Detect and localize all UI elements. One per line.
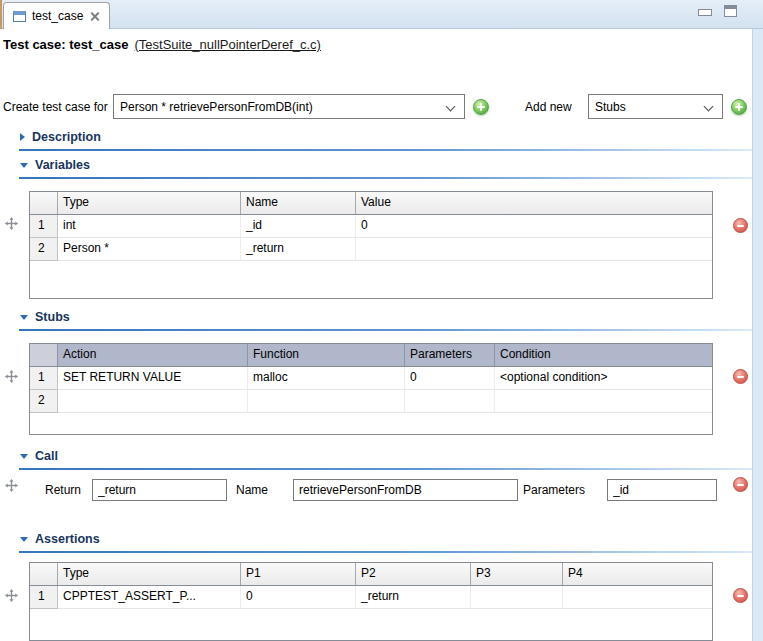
create-test-case-label: Create test case for <box>3 100 108 114</box>
table-row: 1 SET RETURN VALUE malloc 0 <optional co… <box>30 367 712 390</box>
column-header-action: Action <box>58 344 248 366</box>
section-title: Assertions <box>35 532 100 546</box>
table-empty-area <box>30 413 712 434</box>
call-name-label: Name <box>236 483 268 497</box>
variable-value-cell[interactable]: 0 <box>356 215 712 238</box>
section-variables-header[interactable]: Variables <box>20 158 90 172</box>
call-return-label: Return <box>45 483 81 497</box>
remove-variables-button[interactable] <box>733 218 748 233</box>
move-variables-handle[interactable] <box>4 216 19 231</box>
column-header-p4: P4 <box>563 563 712 585</box>
call-name-input[interactable] <box>293 479 518 501</box>
section-divider <box>19 149 757 151</box>
add-new-value: Stubs <box>595 100 626 114</box>
row-number-header <box>30 192 58 214</box>
remove-call-button[interactable] <box>733 477 748 492</box>
variable-name-cell[interactable]: _return <box>241 238 356 261</box>
stub-action-cell[interactable] <box>58 390 248 413</box>
move-call-handle[interactable] <box>4 478 19 493</box>
scrollbar-track[interactable] <box>752 29 763 641</box>
section-call-header[interactable]: Call <box>20 449 58 463</box>
variable-name-cell[interactable]: _id <box>241 215 356 238</box>
section-assertions-header[interactable]: Assertions <box>20 532 100 546</box>
section-title: Stubs <box>35 310 70 324</box>
collapsed-triangle-icon <box>20 133 25 141</box>
stubs-header-row: Action Function Parameters Condition <box>30 344 712 367</box>
page-title-row: Test case: test_case(TestSuite_nullPoint… <box>3 37 321 52</box>
column-header-p1: P1 <box>241 563 356 585</box>
variables-table: Type Name Value 1 int _id 0 2 Person * _… <box>29 191 713 299</box>
tab-test-case[interactable]: test_case <box>3 2 110 29</box>
variable-type-cell[interactable]: int <box>58 215 241 238</box>
table-row: 2 Person * _return <box>30 238 712 261</box>
column-header-p3: P3 <box>471 563 563 585</box>
add-new-combobox[interactable]: Stubs <box>588 94 723 119</box>
assertion-p1-cell[interactable]: 0 <box>241 586 356 609</box>
section-divider <box>19 177 757 179</box>
move-stubs-handle[interactable] <box>4 369 19 384</box>
stub-action-cell[interactable]: SET RETURN VALUE <box>58 367 248 390</box>
add-new-label: Add new <box>525 100 572 114</box>
expanded-triangle-icon <box>20 537 28 542</box>
column-header-function: Function <box>248 344 405 366</box>
stub-condition-cell[interactable]: <optional condition> <box>495 367 712 390</box>
section-title: Call <box>35 449 58 463</box>
section-description-header[interactable]: Description <box>20 130 101 144</box>
table-row: 1 CPPTEST_ASSERT_P... 0 _return <box>30 586 712 609</box>
row-number-header <box>30 563 58 585</box>
chevron-down-icon <box>704 102 714 112</box>
call-return-input[interactable] <box>92 479 227 501</box>
section-stubs-header[interactable]: Stubs <box>20 310 70 324</box>
row-number: 2 <box>30 238 58 261</box>
expanded-triangle-icon <box>20 454 28 459</box>
call-parameters-input[interactable] <box>607 479 717 501</box>
variable-type-cell[interactable]: Person * <box>58 238 241 261</box>
editor-tab-strip <box>0 0 763 29</box>
tab-close-icon[interactable] <box>89 11 100 22</box>
stub-function-cell[interactable]: malloc <box>248 367 405 390</box>
table-empty-area <box>30 261 712 298</box>
section-divider <box>19 468 757 470</box>
section-title: Variables <box>35 158 90 172</box>
expanded-triangle-icon <box>20 315 28 320</box>
move-icon <box>4 369 19 384</box>
maximize-view-icon[interactable] <box>724 5 737 17</box>
row-number: 1 <box>30 586 58 609</box>
table-empty-area <box>30 609 712 640</box>
stubs-table: Action Function Parameters Condition 1 S… <box>29 343 713 435</box>
assertion-p3-cell[interactable] <box>471 586 563 609</box>
table-row: 1 int _id 0 <box>30 215 712 238</box>
move-icon <box>4 588 19 603</box>
column-header-parameters: Parameters <box>405 344 495 366</box>
call-parameters-label: Parameters <box>523 483 585 497</box>
section-divider <box>19 329 757 331</box>
assertion-type-cell[interactable]: CPPTEST_ASSERT_P... <box>58 586 241 609</box>
assertion-p2-cell[interactable]: _return <box>356 586 471 609</box>
assertions-table: Type P1 P2 P3 P4 1 CPPTEST_ASSERT_P... 0… <box>29 562 713 641</box>
tab-label: test_case <box>32 9 83 23</box>
assertion-p4-cell[interactable] <box>563 586 712 609</box>
stub-parameters-cell[interactable]: 0 <box>405 367 495 390</box>
test-case-editor: test_case Test case: test_case(TestSuite… <box>0 0 763 641</box>
column-header-type: Type <box>58 563 241 585</box>
test-suite-file-link[interactable]: (TestSuite_nullPointerDeref_c.c) <box>135 37 321 52</box>
column-header-condition: Condition <box>495 344 712 366</box>
add-new-button[interactable] <box>731 99 747 115</box>
variable-value-cell[interactable] <box>356 238 712 261</box>
stub-function-cell[interactable] <box>248 390 405 413</box>
row-number: 2 <box>30 390 58 413</box>
remove-stubs-button[interactable] <box>733 369 748 384</box>
column-header-p2: P2 <box>356 563 471 585</box>
create-test-case-value: Person * retrievePersonFromDB(int) <box>120 100 313 114</box>
move-icon <box>4 216 19 231</box>
section-title: Description <box>32 130 101 144</box>
row-number: 1 <box>30 215 58 238</box>
minimize-view-icon[interactable] <box>698 9 712 16</box>
add-test-case-button[interactable] <box>473 99 489 115</box>
stub-condition-cell[interactable] <box>495 390 712 413</box>
stub-parameters-cell[interactable] <box>405 390 495 413</box>
remove-assertions-button[interactable] <box>733 588 748 603</box>
move-assertions-handle[interactable] <box>4 588 19 603</box>
column-header-type: Type <box>58 192 241 214</box>
create-test-case-combobox[interactable]: Person * retrievePersonFromDB(int) <box>113 94 465 119</box>
